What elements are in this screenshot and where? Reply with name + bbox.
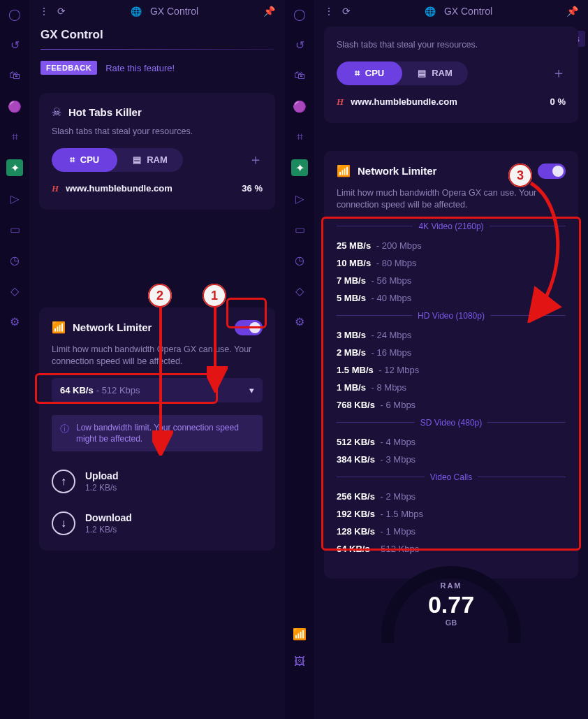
tab-row[interactable]: H www.humblebundle.com 0 % — [337, 96, 566, 108]
wifi-icon: 📶 — [52, 321, 66, 334]
info-icon: ⓘ — [60, 423, 69, 444]
clock-icon[interactable]: ◷ — [6, 252, 23, 268]
bandwidth-option[interactable]: 5 MB/s - 40 Mbps — [337, 289, 566, 307]
bandwidth-option[interactable]: 7 MB/s - 56 Mbps — [337, 272, 566, 289]
tab-percent: 36 % — [242, 183, 263, 194]
cpu-segment-button[interactable]: ⌗ CPU — [52, 148, 117, 172]
bandwidth-option[interactable]: 256 KB/s - 2 Mbps — [337, 488, 566, 505]
bandwidth-option[interactable]: 128 KB/s - 1 Mbps — [337, 523, 566, 540]
twitch-icon[interactable]: 🟣 — [6, 98, 23, 115]
more-icon[interactable]: ⋮ — [39, 6, 49, 17]
annotation-badge-1: 1 — [203, 284, 226, 307]
bandwidth-option[interactable]: 10 MB/s - 80 Mbps — [337, 254, 566, 272]
cpu-label: CPU — [80, 154, 99, 165]
bag-icon[interactable]: 🛍 — [291, 67, 308, 84]
monitor-icon[interactable]: ▭ — [6, 221, 23, 238]
ram-chip-icon: ▤ — [418, 68, 426, 78]
bag-icon[interactable]: 🛍 — [6, 67, 23, 84]
chip-icon[interactable]: ⌗ — [6, 129, 23, 145]
panel-header-right: ⋮ ⟳ 🌐 GX Control 📌 — [314, 0, 588, 21]
ram-gauge: RAM 0.77 GB — [374, 566, 528, 643]
humble-icon: H — [337, 96, 344, 108]
ram-segment-button[interactable]: ▤ RAM — [117, 148, 183, 172]
add-tab-button[interactable]: ＋ — [249, 150, 263, 169]
wifi-sidebar-icon[interactable]: 📶 — [291, 625, 308, 642]
bandwidth-dropdown-list: 4K Video (2160p)25 MB/s - 200 Mbps10 MB/… — [337, 221, 566, 558]
bandwidth-unit: - 512 Kbps — [96, 385, 140, 395]
globe-icon: 🌐 — [131, 6, 142, 17]
cube-icon[interactable]: ◇ — [6, 282, 23, 299]
gear-icon[interactable]: ⚙ — [291, 313, 308, 330]
bandwidth-warning: ⓘ Low bandwidth limit. Your connection s… — [52, 415, 263, 451]
cpu-segment-button[interactable]: ⌗ CPU — [337, 61, 402, 85]
bandwidth-value: 64 KB/s — [60, 385, 94, 395]
clock-icon[interactable]: ◷ — [291, 252, 308, 268]
twitch-icon[interactable]: 🟣 — [291, 98, 308, 115]
hot-tabs-title: Hot Tabs Killer — [68, 106, 142, 118]
monitor-icon[interactable]: ▭ — [291, 221, 308, 238]
globe-icon: 🌐 — [425, 6, 436, 17]
tab-site: www.humblebundle.com — [351, 96, 457, 107]
sidebar: ◯ ↺ 🛍 🟣 ⌗ ✦ ▷ ▭ ◷ ◇ ⚙ — [0, 0, 29, 719]
tab-row[interactable]: H www.humblebundle.com 36 % — [52, 183, 263, 194]
gear-icon[interactable]: ⚙ — [6, 313, 23, 330]
ram-gauge-label: RAM — [374, 581, 528, 590]
image-sidebar-icon[interactable]: 🖼 — [291, 653, 308, 670]
opera-icon[interactable]: ◯ — [291, 6, 308, 22]
cpu-ram-segment: ⌗ CPU ▤ RAM — [337, 61, 468, 85]
tab-percent-right: 0 % — [550, 96, 566, 107]
ram-gauge-unit: GB — [374, 618, 528, 627]
bandwidth-option[interactable]: 768 KB/s - 6 Mbps — [337, 396, 566, 414]
add-tab-button[interactable]: ＋ — [552, 64, 566, 82]
upload-icon: ↑ — [52, 470, 75, 493]
cube-icon[interactable]: ◇ — [291, 282, 308, 299]
cpu-chip-icon: ⌗ — [70, 154, 75, 166]
swirl-icon[interactable]: ✦ — [6, 159, 23, 176]
sidebar-right: ◯ ↺ 🛍 🟣 ⌗ ✦ ▷ ▭ ◷ ◇ ⚙ 📶 🖼 — [285, 0, 314, 719]
network-limiter-card-right: 📶 Network Limiter Limit how much bandwid… — [324, 151, 578, 579]
bandwidth-option[interactable]: 1.5 MB/s - 12 Mbps — [337, 361, 566, 379]
network-limiter-toggle[interactable] — [235, 320, 263, 335]
history-icon[interactable]: ↺ — [291, 36, 308, 53]
bandwidth-option[interactable]: 512 KB/s - 4 Mbps — [337, 433, 566, 451]
bandwidth-option[interactable]: 64 KB/s - 512 Kbps — [337, 540, 566, 558]
bandwidth-option[interactable]: 1 MB/s - 8 Mbps — [337, 379, 566, 396]
network-limiter-subtitle: Limit how much bandwidth Opera GX can us… — [337, 187, 566, 212]
feedback-badge[interactable]: FEEDBACK — [41, 61, 97, 75]
bandwidth-option[interactable]: 384 KB/s - 3 Mbps — [337, 451, 566, 468]
network-limiter-subtitle: Limit how much bandwidth Opera GX can us… — [52, 344, 263, 368]
refresh-icon[interactable]: ⟳ — [342, 6, 351, 17]
chip-icon[interactable]: ⌗ — [291, 129, 308, 145]
swirl-icon[interactable]: ✦ — [291, 159, 308, 176]
more-icon[interactable]: ⋮ — [324, 6, 334, 17]
hot-tabs-card: ☠ Hot Tabs Killer Slash tabs that steal … — [39, 93, 275, 210]
bandwidth-option[interactable]: 3 MB/s - 24 Mbps — [337, 326, 566, 344]
chevron-down-icon: ▾ — [249, 385, 254, 395]
humble-icon: H — [52, 183, 59, 194]
play-circle-icon[interactable]: ▷ — [291, 190, 308, 207]
opera-icon[interactable]: ◯ — [6, 6, 23, 22]
history-icon[interactable]: ↺ — [6, 36, 23, 53]
network-limiter-toggle[interactable] — [538, 164, 566, 179]
page-title: GX Control — [29, 21, 285, 46]
hot-tabs-subtitle: Slash tabs that steal your resources. — [52, 126, 263, 138]
bandwidth-option[interactable]: 2 MB/s - 16 Mbps — [337, 344, 566, 361]
bandwidth-option[interactable]: 192 KB/s - 1.5 Mbps — [337, 505, 566, 523]
upload-label: Upload — [85, 470, 118, 481]
pin-icon[interactable]: 📌 — [566, 6, 578, 17]
cpu-chip-icon: ⌗ — [355, 68, 360, 79]
ram-chip-icon: ▤ — [133, 154, 141, 165]
hot-tabs-subtitle-right: Slash tabs that steal your resources. — [337, 39, 566, 52]
hot-tabs-card-right: Slash tabs that steal your resources. ⌗ … — [324, 27, 578, 123]
upload-speed: 1.2 KB/s — [85, 483, 118, 493]
bandwidth-select[interactable]: 64 KB/s - 512 Kbps ▾ — [52, 378, 263, 402]
bandwidth-option[interactable]: 25 MB/s - 200 Mbps — [337, 237, 566, 254]
panel-title: GX Control — [150, 6, 198, 17]
ram-segment-button[interactable]: ▤ RAM — [402, 61, 468, 85]
refresh-icon[interactable]: ⟳ — [57, 6, 66, 17]
play-circle-icon[interactable]: ▷ — [6, 190, 23, 207]
pin-icon[interactable]: 📌 — [263, 6, 275, 17]
wifi-icon: 📶 — [337, 164, 351, 177]
feedback-link[interactable]: Rate this feature! — [105, 63, 175, 73]
ram-label: RAM — [147, 154, 168, 165]
